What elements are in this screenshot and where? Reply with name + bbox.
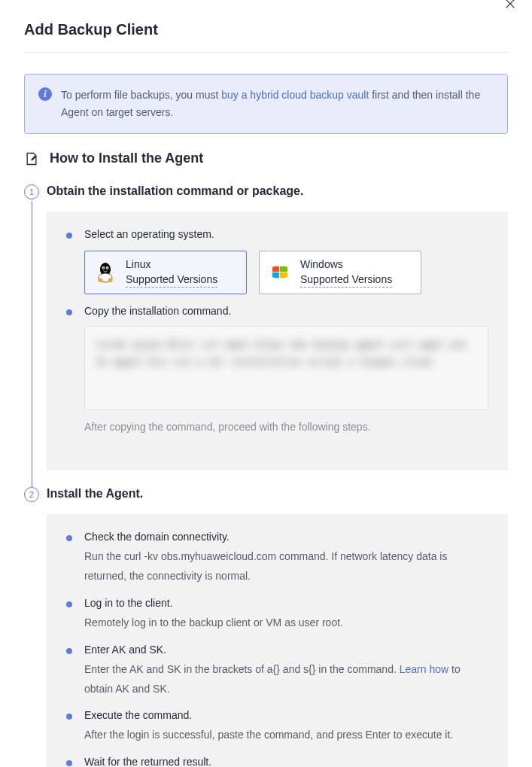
list-item: Select an operating system. (66, 228, 488, 294)
list-item: Copy the installation command. lorem ips… (66, 305, 488, 443)
bullet-dot-icon (66, 760, 72, 766)
step-title: Obtain the installation command or packa… (47, 184, 508, 198)
step-2-panel: Check the domain connectivity. Run the c… (47, 514, 508, 767)
svg-point-4 (103, 268, 105, 269)
bullet-dot-icon (66, 233, 72, 239)
windows-supported-versions[interactable]: Supported Versions (300, 272, 392, 288)
list-item: Enter AK and SK. Enter the AK and SK in … (66, 644, 488, 699)
timeline-step-2: 2 Install the Agent. Check the domain co… (24, 487, 508, 767)
os-option-windows[interactable]: Windows Supported Versions (259, 251, 421, 294)
info-icon: i (38, 87, 52, 101)
add-backup-client-dialog: Add Backup Client i To perform file back… (0, 0, 532, 767)
close-icon[interactable] (503, 0, 517, 11)
os-option-linux[interactable]: Linux Supported Versions (84, 251, 247, 294)
bullet-dot-icon (66, 309, 72, 315)
linux-icon (96, 261, 115, 284)
bullet-dot-icon (66, 714, 72, 720)
info-text: To perform file backups, you must buy a … (61, 87, 494, 121)
document-edit-icon (24, 151, 39, 166)
windows-icon (270, 263, 290, 282)
step-badge: 1 (24, 184, 39, 199)
list-item: Wait for the returned result. If the fol… (66, 756, 488, 767)
bullet-dot-icon (66, 601, 72, 607)
list-item: Check the domain connectivity. Run the c… (66, 531, 488, 586)
learn-how-link[interactable]: Learn how (400, 663, 448, 675)
dialog-title: Add Backup Client (24, 21, 508, 38)
buy-vault-link[interactable]: buy a hybrid cloud backup vault (221, 89, 369, 101)
svg-point-5 (106, 268, 108, 269)
step-badge: 2 (24, 487, 39, 502)
section-heading: How to Install the Agent (24, 151, 508, 166)
timeline-step-1: 1 Obtain the installation command or pac… (24, 184, 508, 470)
install-command-box[interactable]: lorem ipsum dolor sit amet https obs bac… (84, 326, 488, 410)
step-title: Install the Agent. (47, 487, 508, 501)
bullet-dot-icon (66, 648, 72, 654)
divider (24, 52, 508, 53)
info-alert: i To perform file backups, you must buy … (24, 74, 508, 134)
step-1-panel: Select an operating system. (47, 212, 508, 470)
select-os-label: Select an operating system. (84, 228, 488, 240)
list-item: Log in to the client. Remotely log in to… (66, 597, 488, 633)
copy-command-hint: After copying the command, proceed with … (84, 421, 488, 433)
list-item: Execute the command. After the login is … (66, 709, 488, 745)
install-steps-timeline: 1 Obtain the installation command or pac… (24, 184, 508, 767)
linux-supported-versions[interactable]: Supported Versions (126, 272, 217, 288)
bullet-dot-icon (66, 535, 72, 541)
copy-command-label: Copy the installation command. (84, 305, 488, 317)
